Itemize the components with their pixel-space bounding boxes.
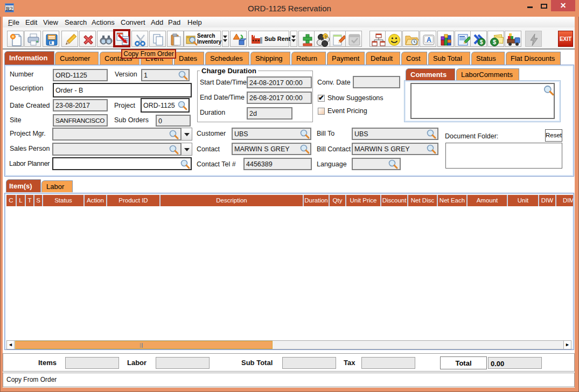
svg-text:$: $ [480,39,483,45]
svg-text:$: $ [493,39,496,45]
svg-text:A: A [427,36,431,44]
svg-text:?: ? [324,34,327,39]
